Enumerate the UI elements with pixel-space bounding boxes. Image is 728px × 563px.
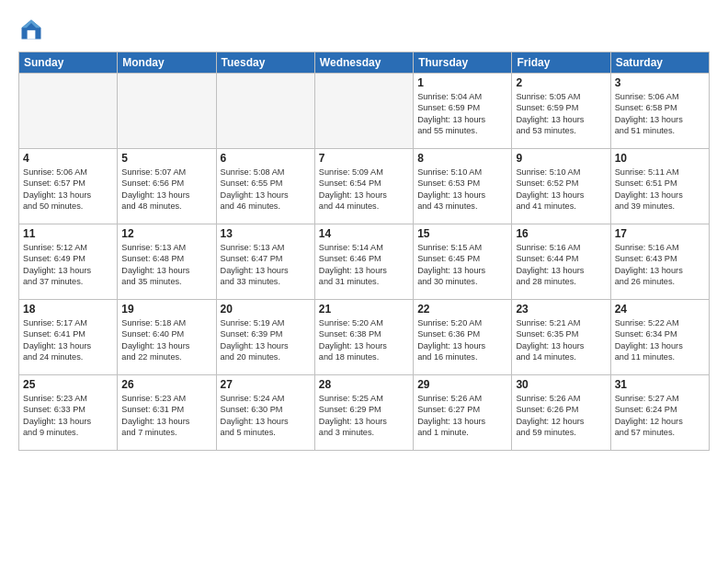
calendar-cell: 2Sunrise: 5:05 AMSunset: 6:59 PMDaylight… <box>512 74 610 149</box>
calendar-cell: 15Sunrise: 5:15 AMSunset: 6:45 PMDayligh… <box>414 224 512 300</box>
cell-content: Sunrise: 5:16 AMSunset: 6:43 PMDaylight:… <box>615 242 705 288</box>
svg-rect-2 <box>28 30 36 40</box>
day-number: 16 <box>516 227 606 240</box>
cell-content: Sunrise: 5:13 AMSunset: 6:47 PMDaylight:… <box>221 242 311 288</box>
calendar-cell <box>19 74 118 149</box>
cell-content: Sunrise: 5:06 AMSunset: 6:58 PMDaylight:… <box>615 91 705 137</box>
day-number: 4 <box>23 152 113 165</box>
day-number: 1 <box>417 76 507 89</box>
day-number: 31 <box>615 378 705 391</box>
calendar-cell: 30Sunrise: 5:26 AMSunset: 6:26 PMDayligh… <box>512 375 610 451</box>
day-number: 15 <box>417 227 507 240</box>
calendar-cell: 23Sunrise: 5:21 AMSunset: 6:35 PMDayligh… <box>512 300 610 375</box>
day-number: 18 <box>23 303 113 316</box>
cell-content: Sunrise: 5:04 AMSunset: 6:59 PMDaylight:… <box>417 91 507 137</box>
calendar-cell: 28Sunrise: 5:25 AMSunset: 6:29 PMDayligh… <box>314 375 413 451</box>
calendar-day-header: Wednesday <box>314 52 413 74</box>
page: SundayMondayTuesdayWednesdayThursdayFrid… <box>0 0 728 563</box>
day-number: 10 <box>615 152 705 165</box>
header <box>18 17 710 42</box>
day-number: 5 <box>121 152 211 165</box>
day-number: 21 <box>319 303 409 316</box>
logo-icon <box>18 17 44 42</box>
day-number: 29 <box>417 378 507 391</box>
calendar-cell: 4Sunrise: 5:06 AMSunset: 6:57 PMDaylight… <box>19 149 118 224</box>
calendar-day-header: Thursday <box>414 52 512 74</box>
day-number: 26 <box>121 378 211 391</box>
day-number: 12 <box>121 227 211 240</box>
calendar-cell: 17Sunrise: 5:16 AMSunset: 6:43 PMDayligh… <box>610 224 709 300</box>
cell-content: Sunrise: 5:21 AMSunset: 6:35 PMDaylight:… <box>516 317 606 363</box>
calendar-day-header: Friday <box>512 52 610 74</box>
cell-content: Sunrise: 5:15 AMSunset: 6:45 PMDaylight:… <box>417 242 507 288</box>
cell-content: Sunrise: 5:09 AMSunset: 6:54 PMDaylight:… <box>319 167 409 213</box>
day-number: 23 <box>516 303 606 316</box>
day-number: 22 <box>417 303 507 316</box>
calendar-header-row: SundayMondayTuesdayWednesdayThursdayFrid… <box>19 52 710 74</box>
calendar-cell: 7Sunrise: 5:09 AMSunset: 6:54 PMDaylight… <box>314 149 413 224</box>
calendar-cell: 14Sunrise: 5:14 AMSunset: 6:46 PMDayligh… <box>314 224 413 300</box>
cell-content: Sunrise: 5:24 AMSunset: 6:30 PMDaylight:… <box>221 393 311 439</box>
calendar-day-header: Tuesday <box>216 52 314 74</box>
calendar-cell: 5Sunrise: 5:07 AMSunset: 6:56 PMDaylight… <box>118 149 216 224</box>
calendar-cell: 27Sunrise: 5:24 AMSunset: 6:30 PMDayligh… <box>216 375 314 451</box>
calendar-week-row: 18Sunrise: 5:17 AMSunset: 6:41 PMDayligh… <box>19 300 710 375</box>
day-number: 11 <box>23 227 113 240</box>
calendar-cell: 6Sunrise: 5:08 AMSunset: 6:55 PMDaylight… <box>216 149 314 224</box>
calendar: SundayMondayTuesdayWednesdayThursdayFrid… <box>18 52 710 451</box>
calendar-cell <box>314 74 413 149</box>
day-number: 7 <box>319 152 409 165</box>
day-number: 3 <box>615 76 705 89</box>
calendar-cell <box>216 74 314 149</box>
cell-content: Sunrise: 5:19 AMSunset: 6:39 PMDaylight:… <box>221 317 311 363</box>
calendar-cell: 11Sunrise: 5:12 AMSunset: 6:49 PMDayligh… <box>19 224 118 300</box>
calendar-week-row: 11Sunrise: 5:12 AMSunset: 6:49 PMDayligh… <box>19 224 710 300</box>
day-number: 14 <box>319 227 409 240</box>
cell-content: Sunrise: 5:07 AMSunset: 6:56 PMDaylight:… <box>121 167 211 213</box>
day-number: 30 <box>516 378 606 391</box>
calendar-cell: 26Sunrise: 5:23 AMSunset: 6:31 PMDayligh… <box>118 375 216 451</box>
day-number: 19 <box>121 303 211 316</box>
cell-content: Sunrise: 5:06 AMSunset: 6:57 PMDaylight:… <box>23 167 113 213</box>
day-number: 28 <box>319 378 409 391</box>
calendar-week-row: 4Sunrise: 5:06 AMSunset: 6:57 PMDaylight… <box>19 149 710 224</box>
calendar-cell <box>118 74 216 149</box>
calendar-cell: 3Sunrise: 5:06 AMSunset: 6:58 PMDaylight… <box>610 74 709 149</box>
calendar-cell: 29Sunrise: 5:26 AMSunset: 6:27 PMDayligh… <box>414 375 512 451</box>
calendar-week-row: 25Sunrise: 5:23 AMSunset: 6:33 PMDayligh… <box>19 375 710 451</box>
calendar-cell: 18Sunrise: 5:17 AMSunset: 6:41 PMDayligh… <box>19 300 118 375</box>
day-number: 6 <box>221 152 311 165</box>
day-number: 17 <box>615 227 705 240</box>
cell-content: Sunrise: 5:27 AMSunset: 6:24 PMDaylight:… <box>615 393 705 439</box>
calendar-cell: 12Sunrise: 5:13 AMSunset: 6:48 PMDayligh… <box>118 224 216 300</box>
day-number: 2 <box>516 76 606 89</box>
logo <box>18 17 48 42</box>
cell-content: Sunrise: 5:10 AMSunset: 6:52 PMDaylight:… <box>516 167 606 213</box>
cell-content: Sunrise: 5:16 AMSunset: 6:44 PMDaylight:… <box>516 242 606 288</box>
cell-content: Sunrise: 5:05 AMSunset: 6:59 PMDaylight:… <box>516 91 606 137</box>
cell-content: Sunrise: 5:22 AMSunset: 6:34 PMDaylight:… <box>615 317 705 363</box>
calendar-cell: 25Sunrise: 5:23 AMSunset: 6:33 PMDayligh… <box>19 375 118 451</box>
cell-content: Sunrise: 5:23 AMSunset: 6:31 PMDaylight:… <box>121 393 211 439</box>
calendar-cell: 22Sunrise: 5:20 AMSunset: 6:36 PMDayligh… <box>414 300 512 375</box>
cell-content: Sunrise: 5:17 AMSunset: 6:41 PMDaylight:… <box>23 317 113 363</box>
cell-content: Sunrise: 5:12 AMSunset: 6:49 PMDaylight:… <box>23 242 113 288</box>
calendar-cell: 10Sunrise: 5:11 AMSunset: 6:51 PMDayligh… <box>610 149 709 224</box>
cell-content: Sunrise: 5:23 AMSunset: 6:33 PMDaylight:… <box>23 393 113 439</box>
cell-content: Sunrise: 5:20 AMSunset: 6:38 PMDaylight:… <box>319 317 409 363</box>
day-number: 27 <box>221 378 311 391</box>
cell-content: Sunrise: 5:13 AMSunset: 6:48 PMDaylight:… <box>121 242 211 288</box>
cell-content: Sunrise: 5:10 AMSunset: 6:53 PMDaylight:… <box>417 167 507 213</box>
cell-content: Sunrise: 5:26 AMSunset: 6:26 PMDaylight:… <box>516 393 606 439</box>
cell-content: Sunrise: 5:18 AMSunset: 6:40 PMDaylight:… <box>121 317 211 363</box>
calendar-day-header: Monday <box>118 52 216 74</box>
cell-content: Sunrise: 5:08 AMSunset: 6:55 PMDaylight:… <box>221 167 311 213</box>
cell-content: Sunrise: 5:20 AMSunset: 6:36 PMDaylight:… <box>417 317 507 363</box>
calendar-cell: 21Sunrise: 5:20 AMSunset: 6:38 PMDayligh… <box>314 300 413 375</box>
calendar-cell: 1Sunrise: 5:04 AMSunset: 6:59 PMDaylight… <box>414 74 512 149</box>
calendar-day-header: Sunday <box>19 52 118 74</box>
calendar-cell: 9Sunrise: 5:10 AMSunset: 6:52 PMDaylight… <box>512 149 610 224</box>
calendar-day-header: Saturday <box>610 52 709 74</box>
calendar-cell: 16Sunrise: 5:16 AMSunset: 6:44 PMDayligh… <box>512 224 610 300</box>
day-number: 24 <box>615 303 705 316</box>
